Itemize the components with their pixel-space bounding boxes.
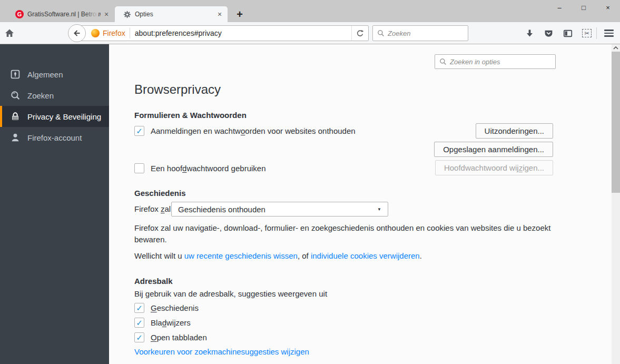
search-suggestions-preferences-link[interactable]: Voorkeuren voor zoekmachinesuggesties wi…: [134, 347, 309, 356]
downloads-button[interactable]: [521, 25, 537, 41]
content-scrollbar[interactable]: [612, 44, 620, 364]
url-bar[interactable]: Firefox about:preferences#privacy: [79, 25, 369, 41]
remove-individual-cookies-link[interactable]: individuele cookies verwijderen: [311, 251, 420, 260]
master-password-label[interactable]: Een hoofdwachtwoord gebruiken: [151, 164, 266, 173]
tab-bar: G GratisSoftware.nl | Betrouwb × Opties …: [0, 0, 620, 22]
chevron-down-icon: ▼: [377, 207, 381, 212]
forms-section-heading: Formulieren & Wachtwoorden: [134, 111, 247, 120]
menu-button[interactable]: [601, 25, 617, 41]
search-icon: [439, 58, 447, 65]
master-password-checkbox[interactable]: [134, 163, 144, 173]
options-search-field[interactable]: [435, 54, 556, 69]
suggest-open-tabs-label[interactable]: Open tabbladen: [151, 333, 207, 342]
sidebar-item-privacy-beveiliging[interactable]: Privacy & Beveiliging: [0, 106, 109, 127]
suggest-open-tabs-checkbox[interactable]: ✓: [134, 332, 144, 342]
download-icon: [525, 29, 534, 38]
options-search-input[interactable]: [450, 58, 551, 66]
firefox-will-label: Firefox zal: [134, 204, 171, 213]
sidebar-item-label: Algemeen: [27, 70, 63, 79]
tab-title: GratisSoftware.nl | Betrouwb: [27, 11, 101, 18]
suggest-open-tabs-row: ✓ Open tabbladen: [134, 332, 207, 342]
new-tab-button[interactable]: +: [231, 6, 249, 22]
clear-history-sentence: Wellicht wilt u uw recente geschiedenis …: [134, 251, 422, 260]
screenshot-scissors-icon: ✂: [582, 29, 592, 37]
checkmark-icon: ✓: [136, 304, 143, 312]
tab-opties[interactable]: Opties ×: [115, 6, 228, 22]
home-icon: [5, 29, 14, 37]
suggest-history-checkbox[interactable]: ✓: [134, 303, 144, 313]
pocket-button[interactable]: [540, 25, 556, 41]
remember-logins-label[interactable]: Aanmeldingen en wachtwoorden voor websit…: [151, 126, 356, 135]
person-icon: [11, 133, 20, 142]
sidebar-item-label: Firefox-account: [27, 133, 82, 142]
minimize-button[interactable]: –: [547, 0, 572, 15]
sidebar-item-zoeken[interactable]: Zoeken: [0, 85, 109, 106]
checkmark-icon: ✓: [136, 333, 143, 341]
toolbar-separator: [596, 27, 597, 39]
change-master-password-button[interactable]: Hoofdwachtwoord wijzigen...: [435, 160, 553, 175]
addressbar-section-heading: Adresbalk: [134, 277, 173, 286]
history-section-heading: Geschiedenis: [134, 189, 186, 198]
scrollbar-thumb[interactable]: [612, 52, 620, 193]
close-window-button[interactable]: ×: [596, 0, 620, 15]
search-icon: [377, 29, 385, 37]
history-mode-value: Geschiedenis onthouden: [178, 205, 265, 214]
maximize-button[interactable]: □: [572, 0, 596, 15]
sidebar-item-firefox-account[interactable]: Firefox-account: [0, 127, 109, 148]
general-icon: [11, 70, 20, 79]
sidebar-item-algemeen[interactable]: Algemeen: [0, 64, 109, 85]
window-controls: – □ ×: [547, 0, 620, 15]
search-icon: [11, 91, 20, 100]
suggest-history-row: ✓ Geschiedenis: [134, 303, 199, 313]
suggest-bookmarks-checkbox[interactable]: ✓: [134, 318, 144, 328]
master-password-row: Een hoofdwachtwoord gebruiken: [134, 163, 266, 173]
close-tab-icon[interactable]: ×: [214, 8, 225, 20]
preferences-sidebar: Algemeen Zoeken Privacy & Beveiliging Fi…: [0, 44, 109, 364]
page-title: Browserprivacy: [134, 82, 221, 97]
clear-recent-history-link[interactable]: uw recente geschiedenis wissen: [184, 251, 298, 260]
preferences-content: Browserprivacy Formulieren & Wachtwoorde…: [109, 44, 612, 364]
firefox-logo-icon: [91, 29, 100, 37]
remember-logins-checkbox[interactable]: ✓: [134, 126, 144, 136]
tab-gratissoftware[interactable]: G GratisSoftware.nl | Betrouwb ×: [11, 6, 114, 22]
sidebar-item-label: Privacy & Beveiliging: [27, 112, 101, 121]
page-body: Algemeen Zoeken Privacy & Beveiliging Fi…: [0, 44, 620, 364]
toolbar-search[interactable]: [372, 25, 468, 41]
gratissoftware-favicon-icon: G: [15, 10, 24, 18]
suggest-history-label[interactable]: Geschiedenis: [151, 303, 199, 312]
reload-icon: [356, 29, 364, 37]
home-button[interactable]: [2, 25, 17, 41]
remember-logins-row: ✓ Aanmeldingen en wachtwoorden voor webs…: [134, 126, 356, 136]
sidebars-button[interactable]: [560, 25, 576, 41]
close-tab-icon[interactable]: ×: [101, 8, 112, 20]
url-text[interactable]: about:preferences#privacy: [135, 29, 351, 37]
history-mode-dropdown[interactable]: Geschiedenis onthouden ▼: [171, 202, 388, 217]
suggest-bookmarks-row: ✓ Bladwijzers: [134, 318, 191, 328]
url-separator: [130, 28, 130, 38]
navigation-toolbar: Firefox about:preferences#privacy ✂: [0, 22, 620, 44]
tab-title: Opties: [135, 11, 214, 18]
gear-icon: [123, 11, 131, 18]
reload-button[interactable]: [351, 26, 368, 41]
back-arrow-icon: [73, 29, 81, 37]
hamburger-icon: [604, 29, 614, 37]
exceptions-button[interactable]: Uitzonderingen...: [476, 123, 553, 139]
history-description: Firefox zal uw navigatie-, download-, fo…: [134, 222, 562, 245]
search-input[interactable]: [388, 29, 464, 37]
sidebar-item-label: Zoeken: [27, 91, 54, 100]
identity-label: Firefox: [103, 29, 125, 37]
lock-icon: [11, 112, 20, 121]
checkmark-icon: ✓: [136, 127, 143, 135]
pocket-icon: [544, 29, 553, 38]
addressbar-intro: Bij gebruik van de adresbalk, suggesties…: [134, 289, 327, 298]
checkmark-icon: ✓: [136, 319, 143, 327]
sidebar-icon: [563, 29, 573, 38]
saved-logins-button[interactable]: Opgeslagen aanmeldingen...: [434, 142, 553, 157]
screenshot-button[interactable]: ✂: [579, 25, 595, 41]
browser-window: G GratisSoftware.nl | Betrouwb × Opties …: [0, 0, 620, 364]
back-button[interactable]: [68, 24, 86, 42]
suggest-bookmarks-label[interactable]: Bladwijzers: [151, 318, 191, 327]
scrollbar-up-icon[interactable]: [612, 44, 620, 52]
